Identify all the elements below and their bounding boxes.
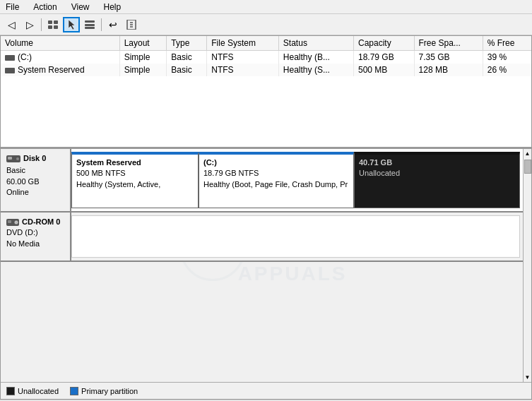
scroll-thumb[interactable] <box>524 160 531 174</box>
cell-filesystem: NTFS <box>207 51 279 64</box>
disk-partitions-0: System Reserved 500 MB NTFS Healthy (Sys… <box>71 149 523 211</box>
main-container: Volume Layout Type File System Status Ca… <box>0 35 532 400</box>
cursor-button[interactable] <box>63 17 80 32</box>
col-type[interactable]: Type <box>167 36 207 51</box>
svg-rect-3 <box>54 25 58 29</box>
cdrom-row: CD-ROM 0 DVD (D:) No Media <box>1 213 523 262</box>
cell-percentfree: 39 % <box>483 51 531 64</box>
cell-status: Healthy (S... <box>278 64 353 76</box>
cell-capacity: 18.79 GB <box>353 51 414 64</box>
table-row[interactable]: (C:) Simple Basic NTFS Healthy (B... 18.… <box>1 51 531 64</box>
cell-percentfree: 26 % <box>483 64 531 76</box>
menu-view[interactable]: View <box>69 1 93 13</box>
cursor-icon <box>67 20 76 30</box>
info-button[interactable] <box>123 17 140 32</box>
col-capacity[interactable]: Capacity <box>353 36 414 51</box>
cell-type: Basic <box>167 64 207 76</box>
table-header-row: Volume Layout Type File System Status Ca… <box>1 36 531 51</box>
table-row[interactable]: System Reserved Simple Basic NTFS Health… <box>1 64 531 76</box>
view2-button[interactable] <box>81 17 98 32</box>
svg-point-20 <box>16 222 17 223</box>
toolbar-separator-1 <box>41 18 42 31</box>
vertical-scrollbar[interactable]: ▲ ▼ <box>523 149 531 382</box>
col-layout[interactable]: Layout <box>119 36 167 51</box>
menu-help[interactable]: Help <box>101 1 124 13</box>
partition-c-name: (C:) <box>203 157 349 168</box>
partition-c-drive[interactable]: (C:) 18.79 GB NTFS Healthy (Boot, Page F… <box>199 152 354 208</box>
disk-label-0: Disk 0 Basic 60.00 GB Online <box>1 149 71 211</box>
cell-type: Basic <box>167 51 207 64</box>
legend-unallocated-label: Unallocated <box>18 387 59 395</box>
cell-freespace: 128 MB <box>414 64 483 76</box>
toolbar-separator-2 <box>101 18 102 31</box>
disk-type: Basic <box>6 165 64 176</box>
info-icon <box>126 20 136 30</box>
cell-filesystem: NTFS <box>207 64 279 76</box>
cdrom-status: No Media <box>6 239 64 249</box>
col-filesystem[interactable]: File System <box>207 36 279 51</box>
partition-sr-name: System Reserved <box>76 157 194 168</box>
partition-c-size: 18.79 GB NTFS <box>203 168 349 179</box>
legend-primary-box <box>70 387 78 395</box>
disk-size: 60.00 GB <box>6 176 64 187</box>
forward-button[interactable]: ▷ <box>21 17 38 32</box>
cdrom-type: DVD (D:) <box>6 227 64 238</box>
legend-primary: Primary partition <box>70 387 138 395</box>
partition-unalloc-size: 40.71 GB <box>359 157 515 168</box>
view1-button[interactable] <box>45 17 61 32</box>
partition-sr-health: Healthy (System, Active, <box>76 179 194 190</box>
menu-action[interactable]: Action <box>30 1 59 13</box>
menu-bar: File Action View Help <box>0 0 532 14</box>
disk-map-pane[interactable]: APPUALS 👾 ▲ ▼ <box>1 149 531 399</box>
svg-rect-5 <box>85 20 95 23</box>
col-volume[interactable]: Volume <box>1 36 119 51</box>
cdrom-name: CD-ROM 0 <box>22 217 60 227</box>
cdrom-label: CD-ROM 0 DVD (D:) No Media <box>1 213 71 261</box>
cdrom-icon-label: CD-ROM 0 <box>6 217 64 227</box>
disk-row-0: Disk 0 Basic 60.00 GB Online System Rese… <box>1 149 523 213</box>
svg-rect-6 <box>85 24 95 26</box>
disk-status: Online <box>6 187 64 198</box>
cell-freespace: 7.35 GB <box>414 51 483 64</box>
watermark: APPUALS <box>238 263 348 285</box>
col-status[interactable]: Status <box>278 36 353 51</box>
volume-table-body: (C:) Simple Basic NTFS Healthy (B... 18.… <box>1 51 531 77</box>
col-percentfree[interactable]: % Free <box>483 36 531 51</box>
cell-capacity: 500 MB <box>353 64 414 76</box>
scroll-down-arrow[interactable]: ▼ <box>524 373 531 382</box>
legend-primary-label: Primary partition <box>81 387 138 395</box>
partition-unalloc-label: Unallocated <box>359 168 515 179</box>
cell-status: Healthy (B... <box>278 51 353 64</box>
svg-rect-0 <box>48 20 52 24</box>
partition-sr-size: 500 MB NTFS <box>76 168 194 179</box>
svg-point-16 <box>16 157 19 160</box>
svg-marker-4 <box>69 20 75 30</box>
disk-icon-label: Disk 0 <box>6 153 64 164</box>
disk-icon-svg <box>6 154 20 164</box>
legend-unallocated-box <box>6 387 15 395</box>
cell-layout: Simple <box>119 51 167 64</box>
svg-rect-7 <box>85 27 95 29</box>
cell-volume-name: System Reserved <box>1 64 119 76</box>
svg-rect-1 <box>54 20 58 24</box>
menu-file[interactable]: File <box>3 1 22 13</box>
arrow-button[interactable]: ↩ <box>105 17 122 32</box>
grid-icon <box>48 20 58 29</box>
volume-table: Volume Layout Type File System Status Ca… <box>1 36 531 76</box>
legend-unallocated: Unallocated <box>6 387 59 395</box>
partition-unallocated[interactable]: 40.71 GB Unallocated <box>354 152 520 208</box>
partition-system-reserved[interactable]: System Reserved 500 MB NTFS Healthy (Sys… <box>71 152 199 208</box>
volume-list-pane[interactable]: Volume Layout Type File System Status Ca… <box>1 36 531 149</box>
col-freespace[interactable]: Free Spa... <box>414 36 483 51</box>
svg-rect-2 <box>48 25 52 29</box>
back-button[interactable]: ◁ <box>3 17 20 32</box>
svg-rect-18 <box>8 220 11 223</box>
legend-bar: Unallocated Primary partition <box>1 382 531 399</box>
disk-name: Disk 0 <box>23 153 46 164</box>
cdrom-content-area <box>71 215 520 258</box>
toolbar: ◁ ▷ ↩ <box>0 14 532 35</box>
partition-c-health: Healthy (Boot, Page File, Crash Dump, Pr <box>203 179 349 190</box>
cell-volume-name: (C:) <box>1 51 119 64</box>
svg-rect-15 <box>8 157 12 160</box>
scroll-up-arrow[interactable]: ▲ <box>524 149 531 158</box>
